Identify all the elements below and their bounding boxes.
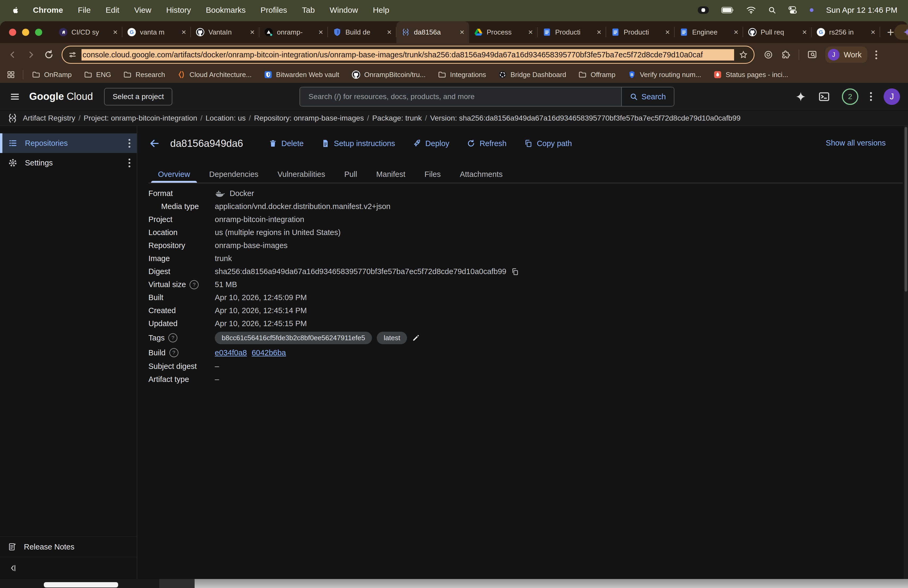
screen-record-indicator-icon[interactable] <box>697 6 709 14</box>
browser-profile-chip[interactable]: J Work <box>825 47 868 63</box>
address-bar[interactable]: console.cloud.google.com/artifacts/docke… <box>61 46 755 64</box>
gcloud-more-menu[interactable] <box>870 92 872 101</box>
menu-item-help[interactable]: Help <box>373 6 389 14</box>
browser-tab-5[interactable]: da8156a× <box>396 21 469 43</box>
help-icon[interactable]: ? <box>168 333 177 342</box>
gcloud-search-input[interactable] <box>300 87 621 106</box>
delete-button[interactable]: Delete <box>269 139 304 148</box>
share-hub-icon[interactable] <box>763 50 773 60</box>
gcloud-account-avatar[interactable]: J <box>884 89 900 105</box>
close-tab-icon[interactable]: × <box>181 28 186 36</box>
bookmark-item-9[interactable]: BVerify routing num... <box>628 70 701 79</box>
close-tab-icon[interactable]: × <box>597 28 601 36</box>
browser-tab-1[interactable]: Gvanta m× <box>122 21 191 43</box>
build-link[interactable]: e034f0a8 <box>215 348 247 357</box>
edit-tags-icon[interactable] <box>412 333 420 342</box>
tab-files[interactable]: Files <box>415 166 450 183</box>
close-tab-icon[interactable]: × <box>528 28 533 36</box>
dock-handle[interactable] <box>44 582 118 588</box>
nav-menu-icon[interactable] <box>10 91 20 102</box>
close-tab-icon[interactable]: × <box>802 28 807 36</box>
copy-digest-icon[interactable] <box>511 268 519 275</box>
tab-attachments[interactable]: Attachments <box>450 166 512 183</box>
spotlight-search-icon[interactable] <box>768 6 776 14</box>
tab-pull[interactable]: Pull <box>335 166 367 183</box>
search-tabs-icon[interactable] <box>807 50 817 60</box>
forward-button[interactable] <box>26 49 36 60</box>
browser-tab-9[interactable]: Enginee× <box>675 21 743 43</box>
site-settings-icon[interactable] <box>68 50 77 59</box>
tab-overview[interactable]: Overview <box>148 166 200 183</box>
browser-tab-7[interactable]: Producti× <box>538 21 606 43</box>
menu-item-bookmarks[interactable]: Bookmarks <box>206 6 246 14</box>
bookmark-star-icon[interactable] <box>739 50 748 59</box>
menu-item-edit[interactable]: Edit <box>106 6 119 14</box>
sidebar-item-menu[interactable] <box>129 159 130 167</box>
browser-tab-6[interactable]: Process× <box>469 21 538 43</box>
close-tab-icon[interactable]: × <box>734 28 738 36</box>
bookmark-item-4[interactable]: Bitwarden Web vault <box>264 70 339 79</box>
browser-tab-4[interactable]: Build de× <box>328 21 396 43</box>
bookmark-item-2[interactable]: Research <box>123 70 165 79</box>
url-text[interactable]: console.cloud.google.com/artifacts/docke… <box>82 49 734 61</box>
bookmark-item-6[interactable]: Integrations <box>438 70 486 79</box>
cloud-shell-icon[interactable] <box>818 90 830 103</box>
close-tab-icon[interactable]: × <box>250 28 254 36</box>
menubar-clock[interactable]: Sun Apr 12 1:46 PM <box>826 6 897 14</box>
close-window-button[interactable] <box>9 29 16 36</box>
menu-app-name[interactable]: Chrome <box>33 6 63 14</box>
wifi-icon[interactable] <box>746 6 756 14</box>
bookmark-item-0[interactable]: OnRamp <box>32 70 72 79</box>
select-project-button[interactable]: Select a project <box>104 88 172 105</box>
close-tab-icon[interactable]: × <box>665 28 670 36</box>
zoom-window-button[interactable] <box>35 29 42 36</box>
help-icon[interactable]: ? <box>190 280 199 289</box>
status-dot-icon[interactable] <box>810 8 814 12</box>
browser-tab-10[interactable]: Pull req× <box>743 21 811 43</box>
back-arrow-icon[interactable] <box>148 137 161 150</box>
menu-item-file[interactable]: File <box>78 6 90 14</box>
new-tab-button[interactable]: + <box>887 26 894 38</box>
apple-menu-icon[interactable] <box>11 4 21 16</box>
tab-vulnerabilities[interactable]: Vulnerabilities <box>268 166 335 183</box>
show-all-versions-link[interactable]: Show all versions <box>826 139 886 147</box>
control-center-icon[interactable] <box>788 6 797 14</box>
collapse-sidebar-button[interactable] <box>0 557 137 579</box>
apps-grid-icon[interactable] <box>6 70 15 79</box>
bookmark-item-10[interactable]: Status pages - inci... <box>713 70 788 79</box>
scrollbar-handle[interactable] <box>905 127 907 292</box>
menu-item-view[interactable]: View <box>134 6 151 14</box>
close-tab-icon[interactable]: × <box>460 28 464 36</box>
help-icon[interactable]: ? <box>169 348 179 357</box>
refresh-button[interactable]: Refresh <box>467 139 507 148</box>
menu-item-profiles[interactable]: Profiles <box>261 6 287 14</box>
tab-dependencies[interactable]: Dependencies <box>200 166 268 183</box>
browser-tab-3[interactable]: onramp-× <box>259 21 328 43</box>
bookmark-item-5[interactable]: OnrampBitcoin/tru... <box>351 70 426 79</box>
bookmark-item-1[interactable]: ENG <box>84 70 111 79</box>
copy-path-button[interactable]: Copy path <box>524 139 572 148</box>
bookmark-item-3[interactable]: Cloud Architecture... <box>177 70 252 79</box>
back-button[interactable] <box>7 49 18 60</box>
ask-gemini-button[interactable]: Ask Gemini <box>894 24 908 40</box>
menu-item-window[interactable]: Window <box>330 6 358 14</box>
close-tab-icon[interactable]: × <box>318 28 323 36</box>
browser-tab-8[interactable]: Producti× <box>606 21 675 43</box>
browser-menu-button[interactable] <box>875 50 877 59</box>
close-tab-icon[interactable]: × <box>871 28 875 36</box>
browser-tab-11[interactable]: Grs256 in× <box>811 21 880 43</box>
gemini-sparkle-icon[interactable] <box>795 91 806 102</box>
close-tab-icon[interactable]: × <box>113 28 118 36</box>
extensions-icon[interactable] <box>781 50 790 60</box>
vertical-scrollbar[interactable] <box>904 126 908 579</box>
google-cloud-logo[interactable]: GoogleCloud <box>29 91 93 102</box>
battery-icon[interactable] <box>721 6 734 13</box>
minimize-window-button[interactable] <box>22 29 29 36</box>
notifications-badge[interactable]: 2 <box>842 89 858 105</box>
setup-instructions-button[interactable]: Setup instructions <box>321 139 395 148</box>
sidebar-item-menu[interactable] <box>129 139 130 148</box>
close-tab-icon[interactable]: × <box>387 28 391 36</box>
tab-manifest[interactable]: Manifest <box>367 166 415 183</box>
bookmark-item-8[interactable]: Offramp <box>578 70 615 79</box>
bookmark-item-7[interactable]: Bridge Dashboard <box>498 70 566 79</box>
